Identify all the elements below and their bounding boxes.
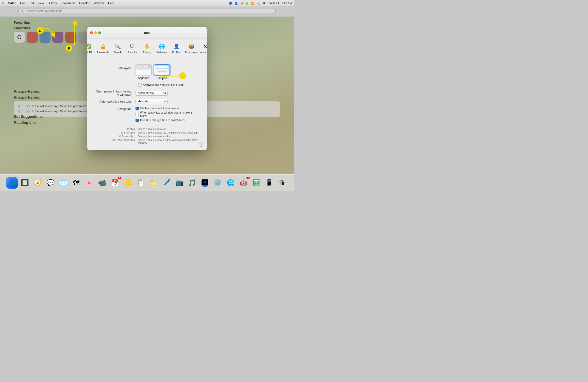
toolbar-privacy[interactable]: ✋ Privacy — [140, 41, 154, 55]
help-button[interactable]: ? — [199, 142, 203, 147]
toolbar-passwords[interactable]: 🔒 Passwords — [96, 41, 110, 55]
dock-safari[interactable]: 🧭 — [32, 177, 43, 189]
toolbar-advanced[interactable]: ⚒ Advanced — [199, 41, 207, 55]
safari-icon: 🧭 — [34, 179, 42, 187]
compact-preview — [155, 65, 169, 75]
traffic-lights — [90, 31, 101, 34]
tab-layout-options: Separate — [136, 64, 170, 80]
dock-maps[interactable]: 🗺 — [70, 177, 82, 189]
open-pages-dropdown[interactable]: Automatically — [136, 91, 168, 96]
files-icon: 📁 — [149, 179, 158, 187]
shortcut-row-3: ⌘-Option-click: Opens a link in a new wi… — [94, 135, 200, 138]
profiles-icon: 👤 — [173, 43, 180, 50]
menu-history[interactable]: History — [47, 1, 57, 5]
open-pages-value: Automatically — [138, 92, 154, 95]
annotation-E: E — [179, 72, 186, 79]
messages-icon: 💬 — [47, 179, 55, 187]
dock-facetime[interactable]: 📹 — [96, 177, 108, 189]
always-show-checkbox[interactable] — [138, 83, 142, 87]
sep-content — [136, 70, 151, 76]
tab-option-compact-img — [154, 64, 170, 76]
appletv-icon: 📺 — [175, 179, 183, 187]
maximize-button[interactable] — [98, 31, 101, 34]
menu-window[interactable]: Window — [94, 1, 104, 5]
nav-option-2: When a new tab or window opens, make it … — [136, 111, 200, 117]
tab-option-compact[interactable]: Compact — [154, 64, 170, 80]
dock-notes[interactable]: 🟡 — [122, 177, 133, 189]
apple-menu[interactable]:  — [2, 1, 4, 5]
comp-dot-3 — [166, 67, 167, 67]
nav-label-2: When a new tab or window opens, make it … — [140, 111, 200, 117]
menubar-search[interactable]: 🔍 — [257, 2, 260, 5]
dock-finder[interactable]: 🟦 — [6, 177, 18, 189]
annotation-D: D — [37, 27, 44, 34]
navigation-options: ⌘-click opens a link in a new tab When a… — [136, 107, 200, 123]
menu-edit[interactable]: Edit — [29, 1, 34, 5]
dock-music[interactable]: 🎵 — [186, 177, 198, 189]
toolbar-extensions[interactable]: 📦 Extensions — [184, 41, 198, 55]
close-tabs-value: Manually — [138, 100, 149, 103]
dock-iphone[interactable]: 📱 — [263, 177, 275, 189]
extensions-label: Extensions — [185, 51, 197, 54]
dock-automator[interactable]: 🤖 2 — [238, 177, 249, 189]
iphone-icon: 📱 — [265, 179, 273, 187]
shortcuts-section: ⌘-click: Opens a link in a new tab. ⌘-Sh… — [94, 125, 200, 144]
menubar-bluetooth: 🔵 — [229, 2, 232, 5]
toolbar-autofill[interactable]: ✅ AutoFill — [87, 41, 95, 55]
minimize-button[interactable] — [94, 31, 97, 34]
toolbar-profiles[interactable]: 👤 Profiles — [169, 41, 183, 55]
separate-preview — [136, 65, 151, 75]
automator-icon: 🤖 — [240, 179, 248, 187]
app-window:  Safari File Edit View History Bookmark… — [0, 0, 294, 191]
close-button[interactable] — [90, 31, 93, 34]
sep-tab-2 — [143, 66, 148, 67]
dock-reminders[interactable]: 📋 — [135, 177, 146, 189]
dock-photos[interactable]: 🌸 — [83, 177, 95, 189]
maps-icon: 🗺 — [73, 179, 80, 187]
menubar-media: ⏯ — [240, 2, 243, 5]
dock: 🟦 🔲 🧭 💬 ✉️ 🗺 🌸 📹 📅 4 🟡 📋 — [0, 174, 294, 191]
menubar-user: 👤 — [234, 2, 238, 5]
menu-bookmarks[interactable]: Bookmarks — [61, 1, 76, 5]
dock-messages[interactable]: 💬 — [45, 177, 56, 189]
dock-launchpad[interactable]: 🔲 — [19, 177, 31, 189]
dock-appstore[interactable]: 🅰 — [199, 177, 211, 189]
comp-tab-3 — [164, 66, 168, 68]
nav-checkbox-1[interactable] — [136, 107, 139, 110]
mail-icon: ✉️ — [60, 179, 67, 187]
menu-safari[interactable]: Safari — [8, 1, 17, 5]
dock-calendar[interactable]: 📅 4 — [109, 177, 121, 189]
menubar-controlcenter[interactable]: ⊞ — [263, 2, 265, 5]
toolbar-security[interactable]: 🛡 Security — [126, 41, 139, 55]
dock-appletv[interactable]: 📺 — [173, 177, 185, 189]
arrow-up-1 — [164, 92, 166, 93]
dropdown-arrows-2 — [164, 100, 166, 103]
autofill-icon: ✅ — [87, 43, 92, 50]
menu-develop[interactable]: Develop — [79, 1, 90, 5]
nav-checkbox-3[interactable] — [136, 119, 139, 122]
trash-icon: 🗑 — [279, 179, 285, 187]
dock-files[interactable]: 📁 — [148, 177, 159, 189]
dock-preview[interactable]: 🖼️ — [251, 177, 262, 189]
toolbar-websites[interactable]: 🌐 Websites — [155, 41, 168, 55]
dock-freeform[interactable]: 🖊️ — [161, 177, 172, 189]
privacy-icon: ✋ — [143, 43, 151, 50]
dock-mail[interactable]: ✉️ — [58, 177, 69, 189]
autofill-label: AutoFill — [87, 51, 92, 54]
nav-checkbox-2[interactable] — [136, 113, 139, 116]
sep-tab-1 — [137, 66, 142, 67]
close-tabs-dropdown[interactable]: Manually — [136, 99, 168, 104]
security-icon: 🛡 — [129, 43, 136, 50]
dock-systemprefs[interactable]: ⚙️ — [212, 177, 224, 189]
dock-chrome[interactable]: 🌐 — [225, 177, 236, 189]
websites-icon: 🌐 — [158, 43, 165, 50]
dialog-overlay: D F E — [0, 0, 294, 191]
menu-file[interactable]: File — [20, 1, 25, 5]
tab-option-separate[interactable]: Separate — [136, 64, 152, 80]
toolbar-search[interactable]: 🔍 Search — [111, 41, 125, 55]
photos-icon: 🌸 — [85, 179, 93, 187]
menu-view[interactable]: View — [38, 1, 44, 5]
comp-tab-bar — [155, 65, 169, 69]
dock-trash[interactable]: 🗑 — [276, 177, 288, 189]
menu-help[interactable]: Help — [108, 1, 114, 5]
